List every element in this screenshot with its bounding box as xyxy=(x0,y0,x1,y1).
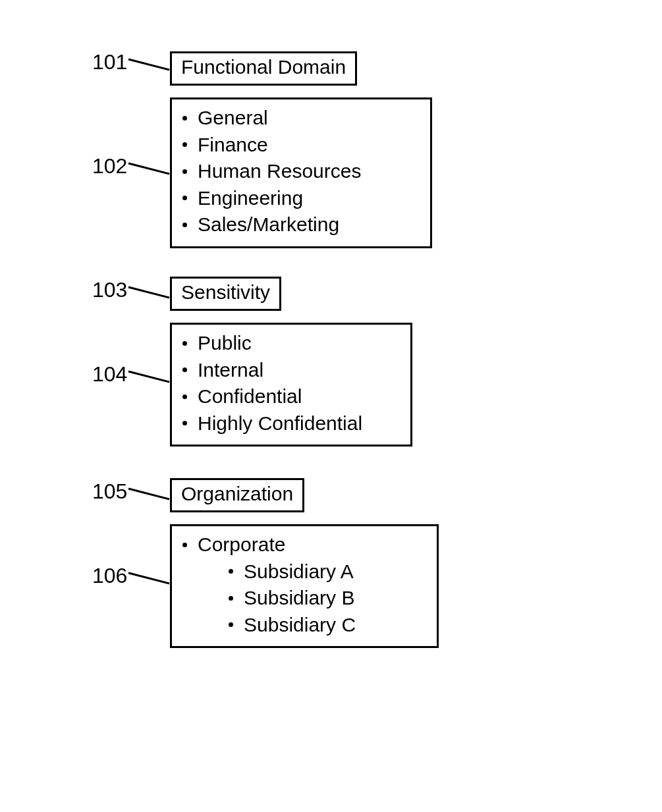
item-text: Subsidiary A xyxy=(244,558,354,585)
item-text: Sales/Marketing xyxy=(198,211,339,238)
svg-line-0 xyxy=(128,59,169,70)
list-subitem: Subsidiary C xyxy=(229,612,426,639)
svg-line-1 xyxy=(128,163,169,174)
bullet-icon xyxy=(182,169,187,174)
list-item: Sales/Marketing xyxy=(182,211,420,238)
leader-103 xyxy=(128,287,175,307)
item-text: Finance xyxy=(198,132,268,159)
svg-line-2 xyxy=(128,287,169,298)
list-item: Corporate xyxy=(182,531,426,558)
list-subitem: Subsidiary B xyxy=(229,585,426,612)
leader-101 xyxy=(128,59,175,79)
leader-105 xyxy=(128,489,175,508)
list-item: Confidential xyxy=(182,383,400,410)
leader-104 xyxy=(128,371,175,391)
title-organization: Organization xyxy=(170,478,304,512)
list-item: General xyxy=(182,105,420,132)
ref-106: 106 xyxy=(92,564,127,588)
item-text: Subsidiary C xyxy=(244,612,356,639)
title-text: Organization xyxy=(181,483,293,504)
bullet-icon xyxy=(182,142,187,147)
list-item: Finance xyxy=(182,132,420,159)
ref-103: 103 xyxy=(92,278,127,302)
list-functional-domain: General Finance Human Resources Engineer… xyxy=(170,97,432,248)
bullet-icon xyxy=(182,341,187,346)
ref-104: 104 xyxy=(92,362,127,387)
list-sensitivity: Public Internal Confidential Highly Conf… xyxy=(170,323,412,447)
ref-105: 105 xyxy=(92,479,127,504)
bullet-icon xyxy=(182,421,187,425)
item-text: Corporate xyxy=(198,531,285,558)
bullet-icon xyxy=(229,596,233,601)
title-functional-domain: Functional Domain xyxy=(170,51,357,86)
list-organization: Corporate Subsidiary A Subsidiary B Subs… xyxy=(170,524,439,648)
item-text: Confidential xyxy=(198,383,302,410)
list-item: Engineering xyxy=(182,185,420,212)
title-text: Sensitivity xyxy=(181,281,270,303)
bullet-icon xyxy=(182,223,187,227)
leader-102 xyxy=(128,163,175,183)
bullet-icon xyxy=(182,196,187,200)
item-text: Highly Confidential xyxy=(198,410,362,437)
leader-106 xyxy=(128,573,175,593)
title-text: Functional Domain xyxy=(181,56,346,78)
item-text: Subsidiary B xyxy=(244,585,354,612)
list-item: Human Resources xyxy=(182,158,420,185)
list-item: Highly Confidential xyxy=(182,410,400,437)
svg-line-5 xyxy=(128,573,169,583)
item-text: Human Resources xyxy=(198,158,361,185)
bullet-icon xyxy=(229,569,233,574)
bullet-icon xyxy=(182,367,187,372)
list-item: Public xyxy=(182,330,400,357)
list-subitem: Subsidiary A xyxy=(229,558,426,585)
bullet-icon xyxy=(182,394,187,399)
ref-102: 102 xyxy=(92,154,127,178)
list-item: Internal xyxy=(182,357,400,384)
item-text: Internal xyxy=(198,357,263,384)
bullet-icon xyxy=(229,622,233,627)
bullet-icon xyxy=(182,543,187,547)
bullet-icon xyxy=(182,116,187,121)
svg-line-3 xyxy=(128,371,169,382)
item-text: Engineering xyxy=(198,185,303,212)
svg-line-4 xyxy=(128,489,169,499)
item-text: General xyxy=(198,105,268,132)
item-text: Public xyxy=(198,330,252,357)
ref-101: 101 xyxy=(92,50,127,74)
title-sensitivity: Sensitivity xyxy=(170,277,281,311)
